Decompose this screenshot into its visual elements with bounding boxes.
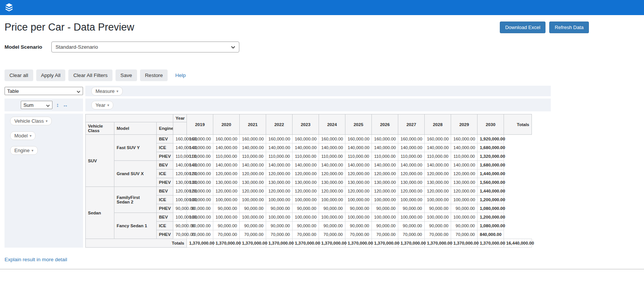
totals-value-cell-2020: 1,370,000.00 bbox=[213, 239, 240, 248]
value-cell-2030: 100,000.00 bbox=[451, 213, 478, 222]
value-cell-2026: 90,000.00 bbox=[345, 204, 372, 213]
table-row: Fancy Sedan 1BEV100,000.00100,000.00100,… bbox=[86, 213, 532, 222]
value-cell-2025: 90,000.00 bbox=[319, 222, 345, 230]
value-cell-2019: 90,000.00 bbox=[173, 222, 187, 230]
value-cell-2029: 140,000.00 bbox=[425, 161, 451, 169]
aggregator-select[interactable]: Sum bbox=[21, 101, 52, 109]
apply-all-button[interactable]: Apply All bbox=[36, 69, 66, 81]
field-pill-year[interactable]: Year ▾ bbox=[91, 101, 113, 109]
value-cell-2028: 110,000.00 bbox=[398, 152, 425, 161]
value-cell-2021: 70,000.00 bbox=[213, 230, 240, 239]
totals-value-cell-2025: 1,370,000.00 bbox=[345, 239, 372, 248]
column-fields-zone: Year ▾ bbox=[85, 99, 551, 111]
help-link[interactable]: Help bbox=[175, 72, 186, 78]
value-cell-2025: 70,000.00 bbox=[319, 230, 345, 239]
value-cell-2019: 110,000.00 bbox=[173, 152, 187, 161]
value-cell-2022: 120,000.00 bbox=[240, 187, 266, 196]
row-order-toggle updown-arrow-icon[interactable]: ↕ bbox=[56, 102, 59, 108]
download-excel-button[interactable]: Download Excel bbox=[500, 22, 545, 33]
restore-button[interactable]: Restore bbox=[140, 69, 168, 81]
value-cell-2022: 100,000.00 bbox=[240, 196, 266, 204]
value-cell-2022: 120,000.00 bbox=[240, 169, 266, 178]
value-cell-2025: 120,000.00 bbox=[319, 169, 345, 178]
year-col-label-2020: 2020 bbox=[213, 114, 240, 135]
row-total-cell: 1,560,000.00 bbox=[478, 178, 504, 187]
value-cell-2027: 110,000.00 bbox=[372, 152, 398, 161]
value-cell-2027: 70,000.00 bbox=[372, 230, 398, 239]
filter-triangle-icon[interactable]: ▾ bbox=[29, 134, 31, 138]
value-cell-2020: 160,000.00 bbox=[187, 135, 213, 143]
filter-triangle-icon[interactable]: ▾ bbox=[46, 119, 48, 123]
value-cell-2029: 90,000.00 bbox=[425, 204, 451, 213]
filter-triangle-icon[interactable]: ▾ bbox=[117, 89, 119, 93]
value-cell-2029: 100,000.00 bbox=[425, 213, 451, 222]
value-cell-2025: 140,000.00 bbox=[319, 143, 345, 152]
value-cell-2026: 140,000.00 bbox=[345, 143, 372, 152]
value-cell-2025: 100,000.00 bbox=[319, 213, 345, 222]
value-cell-2027: 100,000.00 bbox=[372, 213, 398, 222]
value-cell-2030: 120,000.00 bbox=[451, 169, 478, 178]
value-cell-2019: 130,000.00 bbox=[173, 178, 187, 187]
row-label-engine: ICE bbox=[157, 222, 173, 230]
value-cell-2021: 130,000.00 bbox=[213, 178, 240, 187]
value-cell-2021: 90,000.00 bbox=[213, 222, 240, 230]
row-label-engine: ICE bbox=[157, 196, 173, 204]
value-cell-2028: 130,000.00 bbox=[398, 178, 425, 187]
year-col-label-2023: 2023 bbox=[293, 114, 319, 135]
filter-triangle-icon[interactable]: ▾ bbox=[107, 103, 109, 107]
value-cell-2030: 110,000.00 bbox=[451, 152, 478, 161]
row-label-engine: PHEV bbox=[157, 152, 173, 161]
value-cell-2022: 90,000.00 bbox=[240, 222, 266, 230]
pivot-toolbar: Clear all Apply All Clear All Filters Sa… bbox=[5, 69, 639, 81]
field-pill-label: Vehicle Class bbox=[14, 118, 44, 124]
row-label-engine: PHEV bbox=[157, 204, 173, 213]
field-pill-engine[interactable]: Engine ▾ bbox=[10, 146, 38, 155]
value-cell-2022: 70,000.00 bbox=[240, 230, 266, 239]
year-col-label-2030: 2030 bbox=[478, 114, 504, 135]
top-navbar bbox=[0, 0, 644, 15]
value-cell-2021: 140,000.00 bbox=[213, 161, 240, 169]
model-scenario-select[interactable]: Standard-Szenario bbox=[51, 42, 239, 52]
clear-all-filters-button[interactable]: Clear All Filters bbox=[68, 69, 112, 81]
field-pill-model[interactable]: Model ▾ bbox=[10, 131, 35, 140]
value-cell-2025: 100,000.00 bbox=[319, 196, 345, 204]
value-cell-2026: 120,000.00 bbox=[345, 169, 372, 178]
row-total-cell: 1,320,000.00 bbox=[478, 152, 504, 161]
value-cell-2025: 160,000.00 bbox=[319, 135, 345, 143]
field-pill-measure[interactable]: Measure ▾ bbox=[91, 87, 123, 96]
grand-total-cell: 16,440,000.00 bbox=[504, 239, 532, 248]
refresh-data-button[interactable]: Refresh Data bbox=[549, 22, 589, 33]
value-cell-2023: 100,000.00 bbox=[266, 196, 293, 204]
clear-all-button[interactable]: Clear all bbox=[5, 69, 33, 81]
col-order-toggle leftright-arrow-icon[interactable]: ↔ bbox=[63, 102, 68, 108]
aggregator-cell: Sum ↕ ↔ bbox=[5, 99, 83, 111]
row-total-cell: 1,080,000.00 bbox=[478, 204, 504, 213]
explain-result-link[interactable]: Explain result in more detail bbox=[5, 257, 67, 262]
renderer-select[interactable]: Table bbox=[5, 87, 83, 95]
value-cell-2022: 110,000.00 bbox=[240, 152, 266, 161]
footer-divider bbox=[0, 269, 644, 270]
table-row: Grand SUV XBEV140,000.00140,000.00140,00… bbox=[86, 161, 532, 169]
value-cell-2024: 90,000.00 bbox=[293, 204, 319, 213]
value-cell-2030: 140,000.00 bbox=[451, 161, 478, 169]
row-label-model: FamilyFirst Sedan 2 bbox=[114, 187, 157, 213]
value-cell-2023: 120,000.00 bbox=[266, 169, 293, 178]
value-cell-2028: 90,000.00 bbox=[398, 204, 425, 213]
totals-value-cell-2021: 1,370,000.00 bbox=[240, 239, 266, 248]
row-label-vehicle-class: Sedan bbox=[86, 187, 114, 239]
value-cell-2026: 100,000.00 bbox=[345, 213, 372, 222]
row-label-engine: ICE bbox=[157, 169, 173, 178]
value-cell-2019: 90,000.00 bbox=[173, 204, 187, 213]
row-fields-zone: Vehicle Class ▾ Model ▾ Engine ▾ bbox=[5, 114, 83, 248]
table-row: SedanFamilyFirst Sedan 2BEV120,000.00120… bbox=[86, 187, 532, 196]
value-cell-2021: 120,000.00 bbox=[213, 187, 240, 196]
field-pill-vehicle-class[interactable]: Vehicle Class ▾ bbox=[10, 117, 52, 125]
filter-triangle-icon[interactable]: ▾ bbox=[31, 148, 33, 153]
value-cell-2029: 70,000.00 bbox=[425, 230, 451, 239]
save-button[interactable]: Save bbox=[116, 69, 137, 81]
totals-value-cell-2028: 1,370,000.00 bbox=[425, 239, 451, 248]
row-label-engine: BEV bbox=[157, 213, 173, 222]
field-pill-label: Year bbox=[96, 102, 105, 108]
value-cell-2027: 120,000.00 bbox=[372, 187, 398, 196]
layers-icon[interactable] bbox=[4, 2, 14, 13]
